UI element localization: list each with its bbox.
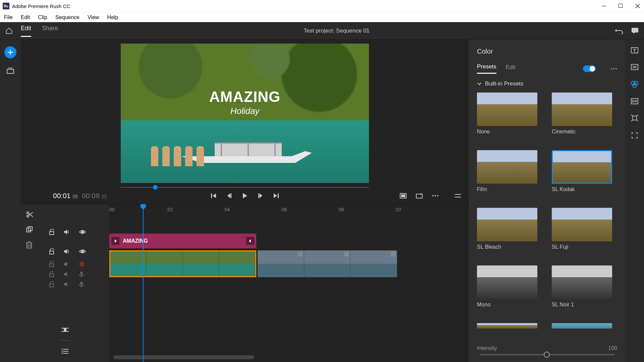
video-clip-selected[interactable] xyxy=(109,250,256,277)
ruler-tick: :06 xyxy=(280,207,287,212)
mode-share[interactable]: Share xyxy=(42,25,58,37)
lock-icon[interactable] xyxy=(49,248,54,254)
ruler-tick: 00 xyxy=(109,207,115,212)
timeline-scrollbar[interactable] xyxy=(113,355,254,359)
svg-text:T: T xyxy=(633,48,636,53)
preset-sl-kodak[interactable]: SL Kodak xyxy=(552,150,614,201)
lock-icon[interactable] xyxy=(49,281,54,287)
intensity-slider[interactable] xyxy=(480,354,614,355)
svg-point-56 xyxy=(613,68,614,69)
clip-handle-left[interactable] xyxy=(111,237,119,245)
go-to-end-button[interactable] xyxy=(273,193,279,199)
step-forward-button[interactable] xyxy=(258,193,264,199)
fullscreen-button[interactable] xyxy=(400,193,407,198)
menu-help[interactable]: Help xyxy=(104,13,121,22)
title-overlay: AMAZING Holiday xyxy=(209,88,280,116)
visibility-icon[interactable] xyxy=(79,230,86,234)
svg-rect-67 xyxy=(633,116,637,120)
menu-edit[interactable]: Edit xyxy=(18,13,33,22)
transform-tool[interactable] xyxy=(631,131,639,139)
menu-sequence[interactable]: Sequence xyxy=(53,13,82,22)
preset-partial[interactable] xyxy=(552,323,614,337)
svg-rect-37 xyxy=(50,232,54,235)
feedback-button[interactable] xyxy=(631,27,639,34)
audio-tool[interactable] xyxy=(631,114,639,122)
text-clip-label: AMAZING xyxy=(123,238,148,244)
tab-presets[interactable]: Presets xyxy=(477,63,496,74)
preset-sl-bleach[interactable]: SL Bleach xyxy=(477,208,540,259)
color-enable-toggle[interactable] xyxy=(583,65,596,72)
scissors-tool[interactable] xyxy=(26,211,40,218)
track-list-button[interactable] xyxy=(62,349,68,354)
timeline-ruler[interactable]: 00 :02 :04 :06 :08 :10 xyxy=(109,204,469,215)
delete-tool[interactable] xyxy=(26,241,40,248)
clip-handle-right[interactable] xyxy=(246,237,254,245)
menu-clip[interactable]: Clip xyxy=(35,13,50,22)
mute-icon[interactable] xyxy=(64,272,70,277)
preset-cinematic[interactable]: Cinematic xyxy=(552,93,614,143)
preset-label: SL Bleach xyxy=(477,244,540,250)
loop-button[interactable] xyxy=(416,193,423,198)
speed-tool[interactable] xyxy=(631,98,639,105)
preset-partial[interactable] xyxy=(477,323,540,337)
slider-knob[interactable] xyxy=(544,352,550,358)
expand-tracks-button[interactable] xyxy=(61,327,69,332)
title-text-main: AMAZING xyxy=(209,88,280,105)
svg-rect-41 xyxy=(50,264,54,267)
color-tool[interactable] xyxy=(630,80,639,88)
menu-view[interactable]: View xyxy=(85,13,102,22)
text-clip[interactable]: AMAZING xyxy=(109,234,256,248)
section-builtin-presets[interactable]: Built-in Presets xyxy=(477,80,617,87)
visibility-icon[interactable] xyxy=(79,249,86,254)
video-clip-2[interactable] xyxy=(258,250,397,277)
preset-none[interactable]: None xyxy=(477,93,540,143)
svg-rect-19 xyxy=(401,195,405,197)
current-frames: 05 xyxy=(73,194,78,199)
mute-icon[interactable] xyxy=(64,229,70,235)
play-button[interactable] xyxy=(241,192,248,199)
preset-sl-fuji[interactable]: SL Fuji xyxy=(552,208,614,259)
svg-rect-15 xyxy=(230,193,231,198)
home-button[interactable] xyxy=(5,27,13,35)
timeline[interactable]: 00 :02 :04 :06 :08 :10 AMAZING xyxy=(109,204,469,362)
minimize-button[interactable] xyxy=(602,4,608,8)
lock-icon[interactable] xyxy=(49,229,54,235)
tab-edit[interactable]: Edit xyxy=(506,64,516,73)
video-preview[interactable]: AMAZING Holiday xyxy=(121,44,369,183)
track-controls xyxy=(21,204,109,362)
playhead[interactable] xyxy=(143,204,144,362)
step-back-button[interactable] xyxy=(226,193,232,199)
mute-icon[interactable] xyxy=(64,261,70,267)
preset-mono[interactable]: Mono xyxy=(477,265,540,316)
duplicate-tool[interactable] xyxy=(26,226,40,233)
mic-icon[interactable] xyxy=(79,281,84,287)
lock-icon[interactable] xyxy=(49,271,54,277)
transitions-tool[interactable] xyxy=(631,64,639,70)
mode-edit[interactable]: Edit xyxy=(21,25,31,37)
svg-rect-42 xyxy=(50,274,54,277)
maximize-button[interactable] xyxy=(619,4,625,8)
svg-rect-7 xyxy=(7,69,14,73)
more-options-button[interactable] xyxy=(432,195,439,197)
undo-button[interactable] xyxy=(615,27,623,34)
timeline-options-button[interactable] xyxy=(455,194,461,198)
record-indicator[interactable] xyxy=(79,261,85,267)
mute-icon[interactable] xyxy=(64,249,70,254)
lock-icon[interactable] xyxy=(49,261,54,267)
titles-tool[interactable]: T xyxy=(631,46,639,54)
panel-more-icon[interactable] xyxy=(610,68,617,70)
project-panel-button[interactable] xyxy=(7,68,14,74)
mic-icon[interactable] xyxy=(79,271,84,277)
duration-frames: 22 xyxy=(102,194,107,199)
preset-sl-noir-1[interactable]: SL Noir 1 xyxy=(552,265,614,316)
preset-film[interactable]: Film xyxy=(477,150,540,201)
svg-rect-45 xyxy=(50,284,54,287)
svg-point-55 xyxy=(611,68,612,69)
go-to-start-button[interactable] xyxy=(211,193,217,199)
svg-point-38 xyxy=(82,231,84,233)
add-media-button[interactable] xyxy=(4,46,16,58)
preset-label: SL Noir 1 xyxy=(552,302,614,308)
mute-icon[interactable] xyxy=(64,282,70,287)
close-button[interactable] xyxy=(635,4,641,8)
menu-file[interactable]: File xyxy=(1,13,15,22)
